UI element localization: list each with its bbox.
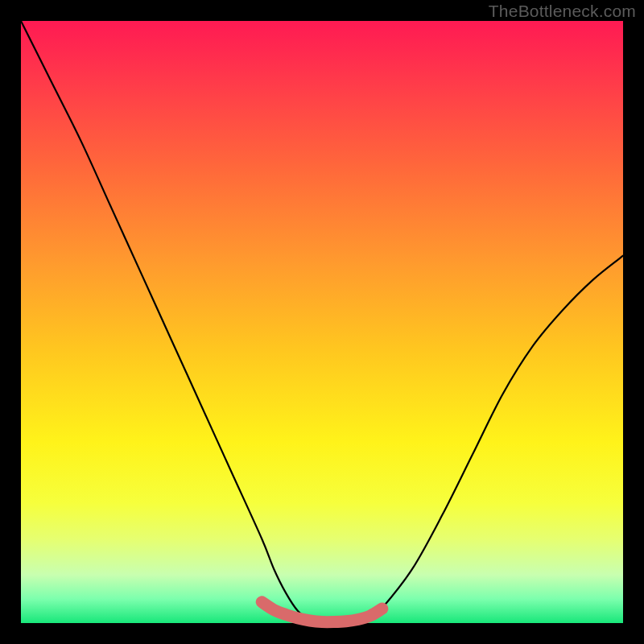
bottleneck-curve: [21, 21, 623, 623]
optimal-band: [262, 602, 382, 622]
chart-plot-area: [21, 21, 623, 623]
chart-frame: TheBottleneck.com: [0, 0, 644, 644]
chart-svg: [21, 21, 623, 623]
watermark-label: TheBottleneck.com: [489, 2, 636, 21]
